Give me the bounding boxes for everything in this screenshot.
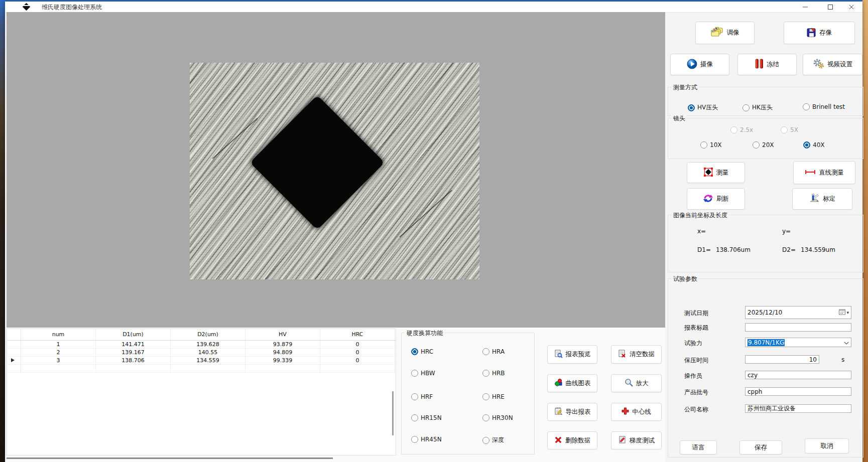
button-label: 直线测量	[819, 169, 844, 177]
radio-lens-20x[interactable]: 20X	[753, 141, 774, 148]
hardness-conversion-group: 硬度换算功能 HRC HRA HBW HRB HRF HRE	[401, 333, 535, 454]
button-label: 保存	[755, 443, 767, 452]
radio-hrb[interactable]: HRB	[482, 370, 505, 377]
radio-hk-indenter[interactable]: HK压头	[742, 103, 773, 112]
table-row[interactable]: 2 139.167 140.55 94.809 0	[7, 349, 396, 357]
batch-no-field[interactable]: cpph	[745, 387, 851, 396]
radio-hre[interactable]: HRE	[482, 393, 505, 400]
test-params-group: 试验参数 测试日期 2025/12/10 ▾ 报表标题 试验力 9.807N/1…	[668, 278, 863, 457]
export-report-button[interactable]: 导出报表	[547, 403, 597, 421]
operator-field[interactable]: czy	[745, 371, 851, 379]
curve-chart-button[interactable]: 曲线图表	[547, 374, 597, 392]
cell	[171, 365, 245, 372]
radio-depth[interactable]: 深度	[482, 436, 504, 444]
center-line-button[interactable]: 中心线	[611, 403, 662, 421]
radio-dot	[411, 414, 418, 421]
radio-dot	[688, 104, 695, 111]
radio-dot	[803, 141, 810, 148]
radio-label: HK压头	[752, 103, 773, 112]
cell: 134.559	[171, 357, 245, 364]
video-settings-button[interactable]: 视频设置	[803, 54, 862, 75]
radio-hv-indenter[interactable]: HV压头	[688, 103, 718, 112]
test-force-combo[interactable]: 9.807N/1KG	[745, 338, 851, 347]
zoom-in-button[interactable]: 放大	[611, 374, 662, 392]
radio-lens-5x[interactable]: 5X	[781, 126, 798, 133]
chevron-down-icon[interactable]	[844, 339, 849, 346]
radio-lens-40x[interactable]: 40X	[803, 141, 825, 148]
scrollbar-thumb[interactable]	[392, 391, 394, 435]
red-x-icon	[554, 436, 562, 445]
table-row[interactable]: 1 141.471 139.628 93.879 0	[7, 341, 396, 349]
radio-brinell-test[interactable]: Brinell test	[803, 103, 845, 110]
close-button[interactable]	[840, 2, 862, 12]
calibrate-button[interactable]: 标定	[792, 188, 852, 210]
radio-hr15n[interactable]: HR15N	[411, 414, 442, 421]
image-display-area[interactable]	[7, 12, 665, 328]
group-title: 硬度换算功能	[405, 329, 445, 338]
report-title-field[interactable]	[745, 323, 851, 332]
radio-lens-2-5x[interactable]: 2.5x	[730, 126, 753, 133]
test-force-value: 9.807N/1KG	[748, 339, 785, 346]
report-preview-button[interactable]: 报表预览	[547, 345, 597, 364]
scrollbar-thumb[interactable]	[7, 457, 333, 459]
notepad-pencil-icon	[554, 407, 563, 417]
refresh-arrows-icon	[703, 194, 713, 205]
radio-lens-10x[interactable]: 10X	[700, 141, 722, 148]
freeze-button[interactable]: 冻结	[737, 54, 797, 75]
radio-hr45n[interactable]: HR45N	[411, 436, 442, 443]
results-table: num D1(um) D2(um) HV HRC 1 141.471 139.6…	[7, 329, 396, 455]
radio-label: HR45N	[421, 436, 442, 443]
line-measure-button[interactable]: 直线测量	[793, 161, 855, 184]
dropdown-caret-icon[interactable]: ▾	[846, 310, 849, 315]
table-row-active[interactable]: 3 138.706 134.559 99.339 0	[7, 357, 396, 365]
cell: 138.706	[96, 357, 171, 364]
measure-button[interactable]: 测量	[687, 162, 745, 183]
clear-data-button[interactable]: 清空数据	[611, 345, 662, 364]
table-horizontal-scrollbar[interactable]	[7, 456, 396, 460]
radio-dot	[781, 126, 788, 133]
minimize-button[interactable]	[794, 2, 816, 12]
radio-dot	[411, 348, 418, 355]
col-header-d2: D2(um)	[171, 329, 245, 340]
cell	[21, 365, 96, 372]
col-header-hrc: HRC	[320, 329, 395, 340]
maximize-icon	[828, 5, 833, 10]
button-label: 曲线图表	[566, 379, 591, 388]
button-label: 摄像	[700, 60, 713, 69]
language-button[interactable]: 语言	[680, 440, 717, 454]
magnifier-icon	[625, 378, 633, 388]
calendar-icon[interactable]	[839, 309, 845, 317]
cancel-button[interactable]: 取消	[805, 438, 849, 453]
title-bar: 维氏硬度图像处理系统	[5, 2, 862, 13]
maximize-button[interactable]	[819, 2, 841, 12]
radio-hrf[interactable]: HRF	[411, 393, 433, 400]
radio-hra[interactable]: HRA	[482, 348, 505, 355]
radio-label: HRF	[421, 393, 433, 400]
gradient-test-button[interactable]: 梯度测试	[611, 431, 662, 449]
cell: 139.628	[171, 341, 245, 348]
test-date-field[interactable]: 2025/12/10 ▾	[745, 306, 851, 319]
company-field[interactable]: 苏州恒商工业设备	[745, 404, 851, 413]
capture-button[interactable]: 摄像	[670, 54, 729, 75]
close-icon	[849, 5, 854, 10]
delete-data-button[interactable]: 删除数据	[547, 431, 597, 449]
results-region: num D1(um) D2(um) HV HRC 1 141.471 139.6…	[7, 328, 665, 462]
save-button[interactable]: 保存	[739, 440, 782, 454]
dwell-time-field[interactable]: 10	[745, 355, 819, 364]
radio-label: 深度	[492, 436, 504, 444]
measure-mode-group: 测量方式 HV压头 HK压头 Brinell test	[668, 87, 863, 116]
radio-hrc[interactable]: HRC	[411, 348, 433, 355]
radio-dot	[482, 348, 489, 355]
table-vertical-scrollbar[interactable]	[391, 341, 395, 454]
table-row-empty	[7, 365, 396, 373]
d2-value: 134.559um	[801, 246, 835, 253]
cell: 93.879	[245, 341, 320, 348]
red-cross-icon	[622, 407, 629, 416]
radio-hbw[interactable]: HBW	[411, 370, 435, 377]
load-image-button[interactable]: 调像	[695, 22, 755, 44]
radio-hr30n[interactable]: HR30N	[482, 414, 513, 421]
dwell-time-label: 保压时间	[684, 356, 708, 365]
save-image-button[interactable]: 存像	[784, 22, 855, 44]
refresh-button[interactable]: 刷新	[687, 188, 745, 210]
wallpaper-left-strip	[0, 0, 5, 462]
